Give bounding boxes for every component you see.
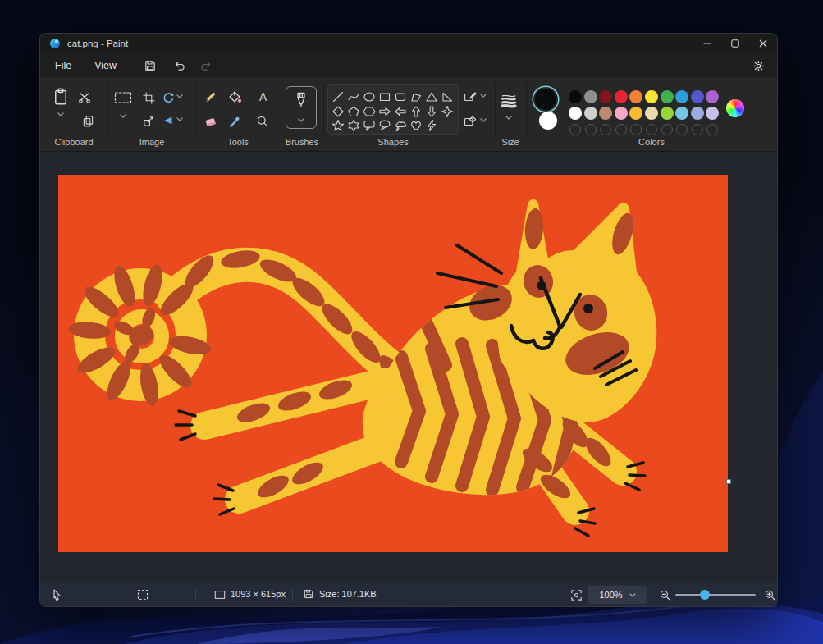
palette-swatch-1-6[interactable]	[661, 107, 674, 120]
shape-outline-button[interactable]	[462, 88, 478, 104]
palette-swatch-0-8[interactable]	[691, 90, 704, 103]
shape-line[interactable]	[331, 90, 345, 103]
minimize-button[interactable]	[693, 34, 721, 53]
palette-swatch-1-9[interactable]	[706, 107, 719, 120]
paste-button[interactable]	[50, 84, 71, 109]
palette-empty-slot-0	[569, 124, 581, 135]
color2-swatch[interactable]	[539, 112, 557, 130]
palette-swatch-0-7[interactable]	[675, 90, 688, 103]
palette-swatch-1-7[interactable]	[675, 107, 688, 120]
ribbon-divider	[526, 84, 527, 139]
shape-rounded-rectangle[interactable]	[394, 90, 407, 103]
zoom-slider-thumb[interactable]	[700, 590, 710, 600]
shape-right-triangle[interactable]	[441, 90, 454, 103]
drawing-canvas[interactable]	[58, 175, 728, 552]
zoom-in-icon	[764, 589, 776, 601]
zoom-slider-track[interactable]	[675, 594, 756, 596]
shape-callout-oval[interactable]	[378, 119, 391, 132]
shape-fill-button[interactable]	[462, 112, 478, 129]
size-button[interactable]	[498, 91, 519, 111]
palette-swatch-1-0[interactable]	[569, 107, 582, 120]
shape-diamond[interactable]	[331, 105, 345, 118]
palette-swatch-1-5[interactable]	[645, 107, 658, 120]
palette-swatch-0-6[interactable]	[661, 90, 674, 103]
edit-colors-button[interactable]	[726, 99, 744, 117]
rotate-button[interactable]	[160, 89, 176, 106]
magnifier-tool-button[interactable]	[254, 112, 272, 130]
palette-swatch-0-1[interactable]	[584, 90, 597, 103]
palette-empty-slot-9	[706, 124, 718, 135]
pencil-tool-button[interactable]	[201, 88, 219, 106]
shape-curve[interactable]	[347, 90, 360, 103]
flip-dropdown-chevron[interactable]	[176, 117, 183, 121]
shape-arrow-left[interactable]	[394, 105, 407, 118]
fit-to-window-button[interactable]	[567, 586, 585, 604]
shapes-gallery	[327, 84, 459, 135]
brushes-dropdown-chevron	[298, 118, 304, 122]
shape-triangle[interactable]	[425, 90, 438, 103]
palette-swatch-0-5[interactable]	[645, 90, 658, 103]
shape-star-6[interactable]	[347, 119, 360, 132]
palette-swatch-1-4[interactable]	[629, 107, 642, 120]
palette-swatch-0-4[interactable]	[629, 90, 642, 103]
cut-button[interactable]	[76, 89, 93, 106]
palette-swatch-1-2[interactable]	[599, 107, 612, 120]
menu-file[interactable]: File	[47, 57, 80, 75]
palette-swatch-1-8[interactable]	[691, 107, 704, 120]
shape-hexagon[interactable]	[363, 105, 376, 118]
resize-button[interactable]	[140, 112, 157, 129]
undo-button[interactable]	[169, 55, 190, 76]
flip-button[interactable]	[160, 112, 176, 129]
shape-callout-rounded[interactable]	[363, 119, 376, 132]
color1-swatch[interactable]	[535, 89, 556, 110]
zoom-out-icon	[659, 589, 671, 601]
ribbon-divider	[323, 84, 324, 139]
shape-arrow-right[interactable]	[378, 105, 391, 118]
select-button[interactable]	[112, 89, 134, 106]
palette-swatch-1-1[interactable]	[584, 107, 597, 120]
text-tool-icon: A	[256, 90, 270, 104]
zoom-level-dropdown[interactable]: 100%	[588, 586, 647, 604]
select-dropdown-chevron[interactable]	[120, 114, 126, 118]
palette-empty-slot-7	[676, 124, 688, 135]
shape-star-5[interactable]	[331, 119, 345, 132]
shape-star-4[interactable]	[441, 105, 454, 118]
save-button[interactable]	[139, 55, 161, 76]
palette-swatch-0-2[interactable]	[599, 90, 612, 103]
shape-callout-cloud[interactable]	[394, 119, 407, 132]
zoom-out-button[interactable]	[656, 586, 674, 604]
text-tool-button[interactable]: A	[254, 88, 272, 106]
shape-polygon[interactable]	[409, 90, 423, 103]
rotate-dropdown-chevron[interactable]	[176, 94, 183, 98]
maximize-button[interactable]	[721, 34, 749, 53]
shape-heart[interactable]	[409, 119, 423, 132]
shape-arrow-up[interactable]	[409, 105, 423, 118]
settings-button[interactable]	[748, 55, 769, 76]
zoom-in-button[interactable]	[761, 586, 778, 604]
close-button[interactable]	[749, 34, 777, 53]
eraser-tool-button[interactable]	[201, 112, 219, 130]
canvas-resize-handle-right[interactable]	[726, 479, 731, 484]
shape-pentagon[interactable]	[347, 105, 360, 118]
shape-outline-chevron[interactable]	[480, 94, 487, 98]
shape-fill-chevron[interactable]	[480, 118, 487, 122]
paste-dropdown-chevron[interactable]	[57, 112, 64, 116]
magnifier-icon	[256, 115, 269, 128]
crop-button[interactable]	[140, 89, 157, 106]
fill-tool-button[interactable]	[226, 88, 244, 106]
palette-swatch-0-0[interactable]	[569, 90, 582, 103]
color-picker-tool-button[interactable]	[226, 112, 244, 130]
palette-swatch-0-9[interactable]	[706, 90, 719, 103]
shape-lightning[interactable]	[425, 119, 438, 132]
brushes-button[interactable]	[286, 86, 317, 129]
shape-arrow-down[interactable]	[425, 105, 438, 118]
status-bar: 1093 × 615px Size: 107.1KB 100%	[40, 582, 777, 606]
menu-view[interactable]: View	[86, 57, 125, 75]
size-dropdown-chevron[interactable]	[505, 116, 512, 120]
palette-swatch-0-3[interactable]	[615, 90, 628, 103]
copy-button[interactable]	[80, 112, 96, 129]
shape-ellipse[interactable]	[363, 90, 376, 103]
shape-rectangle[interactable]	[378, 90, 391, 103]
redo-button[interactable]	[195, 55, 217, 76]
palette-swatch-1-3[interactable]	[615, 107, 628, 120]
